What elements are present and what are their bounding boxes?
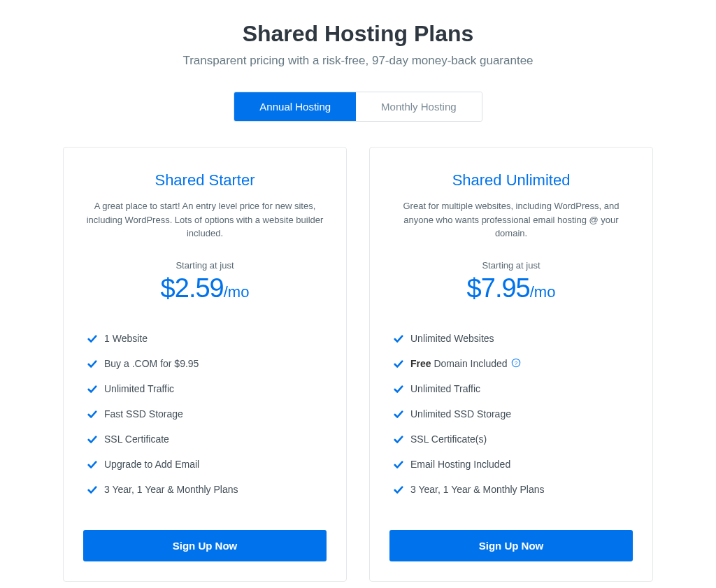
plans-row: Shared Starter A great place to start! A… (63, 147, 653, 582)
starting-at-label: Starting at just (389, 260, 633, 271)
plan-card-starter: Shared Starter A great place to start! A… (63, 147, 347, 582)
list-item: 3 Year, 1 Year & Monthly Plans (87, 477, 327, 502)
check-icon (394, 485, 403, 495)
plan-name: Shared Unlimited (389, 171, 633, 189)
feature-text: Unlimited Traffic (104, 383, 174, 394)
list-item: Unlimited Traffic (87, 376, 327, 401)
svg-text:?: ? (515, 360, 518, 366)
check-icon (394, 385, 403, 394)
price-amount: $2.59 (161, 273, 224, 303)
feature-text: Buy a .COM for $9.95 (104, 358, 199, 369)
check-icon (87, 435, 97, 445)
check-icon (87, 410, 97, 420)
list-item: Free Domain Included ? (394, 351, 633, 376)
check-icon (394, 460, 403, 470)
list-item: Fast SSD Storage (87, 401, 327, 426)
check-icon (394, 410, 403, 420)
list-item: Email Hosting Included (394, 452, 633, 477)
billing-tabs: Annual Hosting Monthly Hosting (234, 92, 482, 122)
list-item: Upgrade to Add Email (87, 452, 327, 477)
check-icon (87, 385, 97, 394)
list-item: SSL Certificate (87, 426, 327, 452)
sign-up-button[interactable]: Sign Up Now (389, 530, 633, 561)
feature-text: Upgrade to Add Email (104, 459, 199, 470)
starting-at-label: Starting at just (83, 260, 327, 271)
check-icon (394, 334, 403, 344)
list-item: SSL Certificate(s) (394, 426, 633, 452)
feature-text: 3 Year, 1 Year & Monthly Plans (410, 484, 544, 495)
check-icon (87, 359, 97, 369)
feature-text: 3 Year, 1 Year & Monthly Plans (104, 484, 238, 495)
feature-bold: Free (410, 358, 431, 369)
price-amount: $7.95 (467, 273, 530, 303)
check-icon (394, 435, 403, 445)
price: $7.95/mo (389, 273, 633, 303)
feature-text: Unlimited SSD Storage (410, 408, 511, 420)
tab-annual[interactable]: Annual Hosting (234, 92, 356, 121)
feature-text: 1 Website (104, 333, 148, 344)
plan-desc: A great place to start! An entry level p… (83, 199, 327, 241)
check-icon (87, 485, 97, 495)
feature-rest: Domain Included (431, 358, 508, 369)
feature-text: Free Domain Included ? (410, 358, 521, 369)
check-icon (394, 359, 403, 369)
list-item: Unlimited Websites (394, 326, 633, 351)
feature-list: Unlimited Websites Free Domain Included … (394, 326, 633, 502)
page-subtitle: Transparent pricing with a risk-free, 97… (63, 54, 653, 68)
feature-text: Unlimited Websites (410, 333, 494, 344)
list-item: Buy a .COM for $9.95 (87, 351, 327, 376)
check-icon (87, 460, 97, 470)
check-icon (87, 334, 97, 344)
feature-text: SSL Certificate (104, 433, 169, 445)
feature-text: Email Hosting Included (410, 459, 510, 470)
plan-name: Shared Starter (83, 171, 327, 189)
price-period: /mo (224, 283, 250, 301)
list-item: 3 Year, 1 Year & Monthly Plans (394, 477, 633, 502)
help-icon[interactable]: ? (511, 358, 521, 368)
price: $2.59/mo (83, 273, 327, 303)
plan-desc: Great for multiple websites, including W… (389, 199, 633, 241)
sign-up-button[interactable]: Sign Up Now (83, 530, 327, 561)
plan-card-unlimited: Shared Unlimited Great for multiple webs… (369, 147, 653, 582)
list-item: Unlimited Traffic (394, 376, 633, 401)
feature-text: Unlimited Traffic (410, 383, 480, 394)
list-item: Unlimited SSD Storage (394, 401, 633, 426)
list-item: 1 Website (87, 326, 327, 351)
feature-list: 1 Website Buy a .COM for $9.95 Unlimited… (87, 326, 327, 502)
price-period: /mo (530, 283, 556, 301)
tab-monthly[interactable]: Monthly Hosting (356, 92, 482, 121)
page-title: Shared Hosting Plans (63, 21, 653, 47)
feature-text: SSL Certificate(s) (410, 433, 487, 445)
feature-text: Fast SSD Storage (104, 408, 183, 420)
